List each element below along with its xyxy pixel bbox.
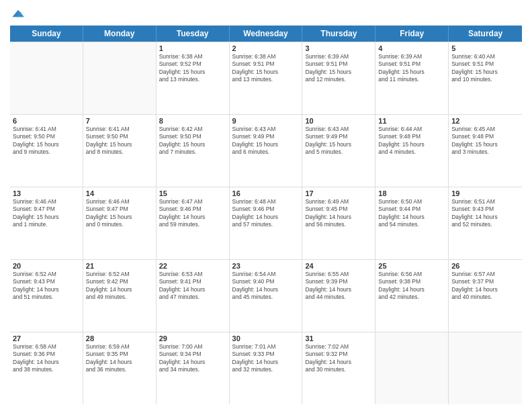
- day-info: Sunrise: 6:42 AMSunset: 9:50 PMDaylight:…: [159, 126, 226, 156]
- day-number: 13: [13, 189, 80, 197]
- day-cell: 11Sunrise: 6:44 AMSunset: 9:48 PMDayligh…: [375, 115, 449, 187]
- day-number: 15: [159, 189, 226, 197]
- day-cell: 30Sunrise: 7:01 AMSunset: 9:33 PMDayligh…: [230, 332, 303, 404]
- day-info: Sunrise: 6:58 AMSunset: 9:36 PMDaylight:…: [13, 343, 80, 374]
- calendar-header: SundayMondayTuesdayWednesdayThursdayFrid…: [10, 26, 522, 42]
- calendar-row: 1Sunrise: 6:38 AMSunset: 9:52 PMDaylight…: [10, 42, 522, 115]
- empty-cell: [10, 42, 83, 114]
- day-cell: 4Sunrise: 6:39 AMSunset: 9:51 PMDaylight…: [375, 42, 449, 114]
- weekday-header: Friday: [375, 26, 449, 42]
- day-info: Sunrise: 6:47 AMSunset: 9:46 PMDaylight:…: [159, 198, 226, 229]
- weekday-header: Tuesday: [157, 26, 230, 42]
- day-number: 7: [86, 117, 153, 125]
- weekday-header: Saturday: [449, 26, 522, 42]
- logo-icon: [11, 7, 25, 20]
- logo: [10, 7, 25, 20]
- day-number: 19: [451, 189, 519, 197]
- day-info: Sunrise: 6:39 AMSunset: 9:51 PMDaylight:…: [378, 53, 445, 84]
- calendar: SundayMondayTuesdayWednesdayThursdayFrid…: [10, 26, 522, 404]
- empty-cell: [83, 42, 157, 114]
- day-cell: 23Sunrise: 6:54 AMSunset: 9:40 PMDayligh…: [230, 260, 303, 332]
- day-cell: 27Sunrise: 6:58 AMSunset: 9:36 PMDayligh…: [10, 332, 83, 404]
- day-cell: 14Sunrise: 6:46 AMSunset: 9:47 PMDayligh…: [83, 187, 157, 259]
- day-info: Sunrise: 6:44 AMSunset: 9:48 PMDaylight:…: [378, 126, 445, 156]
- day-number: 2: [232, 44, 300, 52]
- day-number: 20: [13, 262, 80, 270]
- day-number: 4: [378, 44, 445, 52]
- day-info: Sunrise: 6:59 AMSunset: 9:35 PMDaylight:…: [86, 343, 153, 374]
- day-number: 8: [159, 117, 226, 125]
- day-cell: 18Sunrise: 6:50 AMSunset: 9:44 PMDayligh…: [375, 187, 449, 259]
- day-number: 22: [159, 262, 226, 270]
- day-cell: 19Sunrise: 6:51 AMSunset: 9:43 PMDayligh…: [449, 187, 522, 259]
- day-info: Sunrise: 6:38 AMSunset: 9:51 PMDaylight:…: [232, 53, 300, 84]
- day-info: Sunrise: 6:43 AMSunset: 9:49 PMDaylight:…: [232, 126, 300, 156]
- empty-cell: [449, 332, 522, 404]
- day-info: Sunrise: 6:50 AMSunset: 9:44 PMDaylight:…: [378, 198, 445, 229]
- day-cell: 8Sunrise: 6:42 AMSunset: 9:50 PMDaylight…: [157, 115, 230, 187]
- weekday-header: Monday: [83, 26, 157, 42]
- day-number: 6: [13, 117, 80, 125]
- day-number: 12: [451, 117, 519, 125]
- day-cell: 6Sunrise: 6:41 AMSunset: 9:50 PMDaylight…: [10, 115, 83, 187]
- day-info: Sunrise: 6:41 AMSunset: 9:50 PMDaylight:…: [86, 126, 153, 156]
- weekday-header: Sunday: [10, 26, 83, 42]
- day-info: Sunrise: 6:52 AMSunset: 9:42 PMDaylight:…: [86, 271, 153, 302]
- day-number: 30: [232, 334, 300, 342]
- day-cell: 28Sunrise: 6:59 AMSunset: 9:35 PMDayligh…: [83, 332, 157, 404]
- day-cell: 29Sunrise: 7:00 AMSunset: 9:34 PMDayligh…: [157, 332, 230, 404]
- empty-cell: [375, 332, 449, 404]
- day-cell: 31Sunrise: 7:02 AMSunset: 9:32 PMDayligh…: [302, 332, 375, 404]
- day-cell: 15Sunrise: 6:47 AMSunset: 9:46 PMDayligh…: [157, 187, 230, 259]
- day-cell: 7Sunrise: 6:41 AMSunset: 9:50 PMDaylight…: [83, 115, 157, 187]
- day-info: Sunrise: 7:00 AMSunset: 9:34 PMDaylight:…: [159, 343, 226, 374]
- day-number: 27: [13, 334, 80, 342]
- day-info: Sunrise: 6:49 AMSunset: 9:45 PMDaylight:…: [305, 198, 372, 229]
- day-info: Sunrise: 6:48 AMSunset: 9:46 PMDaylight:…: [232, 198, 300, 229]
- day-cell: 17Sunrise: 6:49 AMSunset: 9:45 PMDayligh…: [302, 187, 375, 259]
- calendar-row: 27Sunrise: 6:58 AMSunset: 9:36 PMDayligh…: [10, 332, 522, 404]
- day-number: 11: [378, 117, 445, 125]
- page: SundayMondayTuesdayWednesdayThursdayFrid…: [0, 0, 532, 411]
- weekday-header: Wednesday: [230, 26, 303, 42]
- day-number: 16: [232, 189, 300, 197]
- day-info: Sunrise: 6:46 AMSunset: 9:47 PMDaylight:…: [86, 198, 153, 229]
- day-cell: 2Sunrise: 6:38 AMSunset: 9:51 PMDaylight…: [230, 42, 303, 114]
- day-number: 31: [305, 334, 372, 342]
- calendar-body: 1Sunrise: 6:38 AMSunset: 9:52 PMDaylight…: [10, 42, 522, 404]
- day-number: 14: [86, 189, 153, 197]
- day-number: 21: [86, 262, 153, 270]
- day-info: Sunrise: 6:52 AMSunset: 9:43 PMDaylight:…: [13, 271, 80, 302]
- weekday-header: Thursday: [302, 26, 375, 42]
- day-info: Sunrise: 6:43 AMSunset: 9:49 PMDaylight:…: [305, 126, 372, 156]
- day-number: 26: [451, 262, 519, 270]
- day-info: Sunrise: 6:38 AMSunset: 9:52 PMDaylight:…: [159, 53, 226, 84]
- day-cell: 26Sunrise: 6:57 AMSunset: 9:37 PMDayligh…: [449, 260, 522, 332]
- logo-text-block: [10, 7, 25, 20]
- calendar-row: 13Sunrise: 6:46 AMSunset: 9:47 PMDayligh…: [10, 187, 522, 260]
- day-cell: 20Sunrise: 6:52 AMSunset: 9:43 PMDayligh…: [10, 260, 83, 332]
- day-cell: 5Sunrise: 6:40 AMSunset: 9:51 PMDaylight…: [449, 42, 522, 114]
- day-cell: 24Sunrise: 6:55 AMSunset: 9:39 PMDayligh…: [302, 260, 375, 332]
- day-cell: 10Sunrise: 6:43 AMSunset: 9:49 PMDayligh…: [302, 115, 375, 187]
- day-info: Sunrise: 6:46 AMSunset: 9:47 PMDaylight:…: [13, 198, 80, 229]
- day-info: Sunrise: 6:54 AMSunset: 9:40 PMDaylight:…: [232, 271, 300, 302]
- day-cell: 13Sunrise: 6:46 AMSunset: 9:47 PMDayligh…: [10, 187, 83, 259]
- day-info: Sunrise: 6:45 AMSunset: 9:48 PMDaylight:…: [451, 126, 519, 156]
- day-cell: 3Sunrise: 6:39 AMSunset: 9:51 PMDaylight…: [302, 42, 375, 114]
- day-info: Sunrise: 6:51 AMSunset: 9:43 PMDaylight:…: [451, 198, 519, 229]
- day-info: Sunrise: 6:57 AMSunset: 9:37 PMDaylight:…: [451, 271, 519, 302]
- day-cell: 22Sunrise: 6:53 AMSunset: 9:41 PMDayligh…: [157, 260, 230, 332]
- day-number: 17: [305, 189, 372, 197]
- day-info: Sunrise: 6:55 AMSunset: 9:39 PMDaylight:…: [305, 271, 372, 302]
- day-info: Sunrise: 6:39 AMSunset: 9:51 PMDaylight:…: [305, 53, 372, 84]
- day-number: 1: [159, 44, 226, 52]
- calendar-row: 6Sunrise: 6:41 AMSunset: 9:50 PMDaylight…: [10, 115, 522, 187]
- day-number: 29: [159, 334, 226, 342]
- day-info: Sunrise: 7:02 AMSunset: 9:32 PMDaylight:…: [305, 343, 372, 374]
- day-cell: 1Sunrise: 6:38 AMSunset: 9:52 PMDaylight…: [157, 42, 230, 114]
- day-cell: 21Sunrise: 6:52 AMSunset: 9:42 PMDayligh…: [83, 260, 157, 332]
- header: [10, 7, 522, 20]
- day-number: 9: [232, 117, 300, 125]
- day-info: Sunrise: 6:40 AMSunset: 9:51 PMDaylight:…: [451, 53, 519, 84]
